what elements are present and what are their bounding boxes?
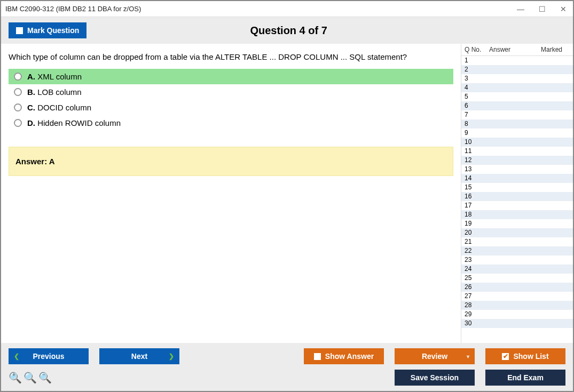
zoom-reset-icon[interactable]: 🔍 xyxy=(23,371,35,384)
app-window: IBM C2090-312 (IBM DB2 11 DBA for z/OS) … xyxy=(0,0,574,392)
option-label: D. Hidden ROWID column xyxy=(27,118,121,127)
row-qno: 25 xyxy=(465,274,489,283)
question-list-row[interactable]: 4 xyxy=(461,83,573,92)
row-qno: 1 xyxy=(465,56,489,65)
radio-icon xyxy=(14,88,22,96)
save-session-button[interactable]: Save Session xyxy=(395,370,475,386)
chevron-right-icon: ❯ xyxy=(169,353,174,360)
row-qno: 24 xyxy=(465,265,489,274)
row-qno: 6 xyxy=(465,101,489,110)
question-list-row[interactable]: 20 xyxy=(461,228,573,237)
question-list-row[interactable]: 19 xyxy=(461,219,573,228)
row-qno: 16 xyxy=(465,192,489,201)
question-list-row[interactable]: 29 xyxy=(461,310,573,319)
window-title: IBM C2090-312 (IBM DB2 11 DBA for z/OS) xyxy=(5,5,515,13)
question-list-row[interactable]: 2 xyxy=(461,65,573,74)
row-qno: 21 xyxy=(465,237,489,246)
close-icon[interactable]: ✕ xyxy=(558,5,569,13)
row-qno: 5 xyxy=(465,92,489,101)
row-qno: 22 xyxy=(465,246,489,255)
end-exam-label: End Exam xyxy=(507,373,544,382)
row-qno: 7 xyxy=(465,110,489,119)
question-list-panel: Q No. Answer Marked 12345678910111213141… xyxy=(461,44,573,343)
show-answer-label: Show Answer xyxy=(325,352,374,361)
question-text: Which type of column can be dropped from… xyxy=(9,52,453,61)
option-label: A. XML column xyxy=(27,72,82,81)
option-d[interactable]: D. Hidden ROWID column xyxy=(9,115,453,131)
question-list-row[interactable]: 9 xyxy=(461,129,573,138)
question-list-row[interactable]: 28 xyxy=(461,301,573,310)
maximize-icon[interactable]: ☐ xyxy=(537,5,547,13)
header-marked: Marked xyxy=(541,46,570,53)
question-list-row[interactable]: 1 xyxy=(461,56,573,65)
row-qno: 17 xyxy=(465,201,489,210)
row-qno: 10 xyxy=(465,138,489,147)
content-area: Which type of column can be dropped from… xyxy=(1,44,573,343)
question-list-row[interactable]: 27 xyxy=(461,292,573,301)
option-b[interactable]: B. LOB column xyxy=(9,84,453,100)
question-list-row[interactable]: 14 xyxy=(461,174,573,183)
mark-question-label: Mark Question xyxy=(27,26,79,35)
show-answer-checkbox-icon xyxy=(314,353,321,360)
bottom-row-1: ❮ Previous Next ❯ Show Answer Review Sho… xyxy=(9,348,565,364)
question-list-row[interactable]: 10 xyxy=(461,138,573,147)
save-session-label: Save Session xyxy=(411,373,459,382)
question-list-row[interactable]: 6 xyxy=(461,101,573,110)
row-qno: 13 xyxy=(465,165,489,174)
bottombar: ❮ Previous Next ❯ Show Answer Review Sho… xyxy=(1,343,573,391)
question-list-row[interactable]: 15 xyxy=(461,183,573,192)
row-qno: 20 xyxy=(465,228,489,237)
question-panel: Which type of column can be dropped from… xyxy=(1,44,461,343)
question-list-row[interactable]: 25 xyxy=(461,274,573,283)
question-list-row[interactable]: 3 xyxy=(461,74,573,83)
titlebar: IBM C2090-312 (IBM DB2 11 DBA for z/OS) … xyxy=(1,1,573,17)
window-controls: — ☐ ✕ xyxy=(515,5,569,13)
question-list-row[interactable]: 16 xyxy=(461,192,573,201)
next-button[interactable]: Next ❯ xyxy=(99,348,179,364)
zoom-controls: 🔍 🔍 🔍 xyxy=(9,371,50,384)
header-answer: Answer xyxy=(489,46,541,53)
question-list-row[interactable]: 23 xyxy=(461,255,573,265)
show-answer-button[interactable]: Show Answer xyxy=(304,348,384,364)
mark-question-button[interactable]: Mark Question xyxy=(9,22,87,38)
question-list-row[interactable]: 5 xyxy=(461,92,573,101)
row-qno: 2 xyxy=(465,65,489,74)
question-list-row[interactable]: 22 xyxy=(461,246,573,255)
question-counter: Question 4 of 7 xyxy=(87,25,491,37)
show-list-label: Show List xyxy=(513,352,548,361)
review-dropdown[interactable]: Review xyxy=(395,348,475,364)
question-list-row[interactable]: 7 xyxy=(461,110,573,119)
question-list-row[interactable]: 12 xyxy=(461,156,573,165)
question-list-row[interactable]: 30 xyxy=(461,319,573,328)
row-qno: 23 xyxy=(465,255,489,265)
question-list-row[interactable]: 13 xyxy=(461,165,573,174)
question-list-header: Q No. Answer Marked xyxy=(461,44,573,56)
question-list-row[interactable]: 21 xyxy=(461,237,573,246)
zoom-in-icon[interactable]: 🔍 xyxy=(9,371,20,384)
option-a[interactable]: A. XML column xyxy=(9,69,453,84)
question-list-row[interactable]: 24 xyxy=(461,265,573,274)
row-qno: 3 xyxy=(465,74,489,83)
row-qno: 9 xyxy=(465,129,489,138)
next-label: Next xyxy=(131,352,147,361)
end-exam-button[interactable]: End Exam xyxy=(485,370,565,386)
question-list-row[interactable]: 26 xyxy=(461,283,573,292)
question-list[interactable]: 1234567891011121314151617181920212223242… xyxy=(461,56,573,343)
question-list-row[interactable]: 11 xyxy=(461,147,573,156)
question-list-row[interactable]: 18 xyxy=(461,210,573,219)
previous-button[interactable]: ❮ Previous xyxy=(9,348,89,364)
options-list: A. XML columnB. LOB columnC. DOCID colum… xyxy=(9,69,453,131)
radio-icon xyxy=(14,119,22,127)
show-list-checkbox-icon xyxy=(502,353,509,360)
minimize-icon[interactable]: — xyxy=(515,5,526,13)
option-c[interactable]: C. DOCID column xyxy=(9,100,453,115)
row-qno: 27 xyxy=(465,292,489,301)
zoom-out-icon[interactable]: 🔍 xyxy=(38,371,50,384)
review-label: Review xyxy=(422,352,447,361)
question-list-row[interactable]: 8 xyxy=(461,119,573,129)
row-qno: 29 xyxy=(465,310,489,319)
mark-checkbox-icon xyxy=(16,27,23,34)
row-qno: 30 xyxy=(465,319,489,328)
question-list-row[interactable]: 17 xyxy=(461,201,573,210)
show-list-button[interactable]: Show List xyxy=(485,348,565,364)
